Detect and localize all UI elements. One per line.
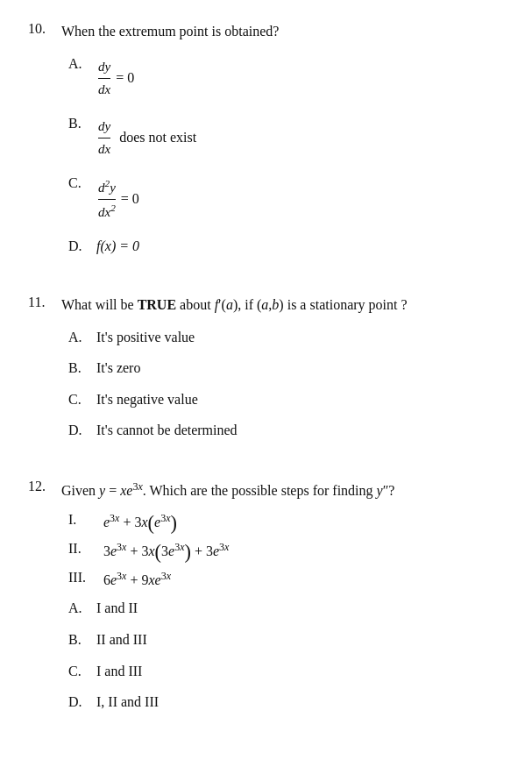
q10-text-b: dy dx does not exist (96, 112, 196, 163)
q11-content: What will be TRUE about f′(a), if (a,b) … (61, 295, 504, 451)
q11-text-c: It's negative value (96, 388, 198, 411)
q12-option-a: A. I and II (68, 597, 504, 620)
q10-fraction-b: dy dx (98, 116, 110, 160)
q10-content: When the extremum point is obtained? A. … (61, 21, 504, 266)
q11-label-b: B. (68, 357, 96, 380)
q12-text-d: I, II and III (96, 691, 159, 714)
q10-label-d: D. (68, 235, 96, 258)
q12-label-b: B. (68, 629, 96, 651)
q10-text: When the extremum point is obtained? (61, 21, 504, 42)
question-12: 12. Given y = xe3x. Which are the possib… (28, 479, 504, 722)
q12-roman-iii: III. 6e3x + 9xe3x (68, 570, 504, 588)
q10-text-c: d2y dx2 = 0 (96, 172, 139, 226)
q10-text-a: dy dx = 0 (96, 53, 134, 103)
q11-number: 11. (28, 295, 61, 451)
q11-text: What will be TRUE about f′(a), if (a,b) … (61, 295, 504, 316)
q10-fraction-c: d2y dx2 (98, 175, 116, 223)
q10-number: 10. (28, 21, 61, 266)
q10-fraction-a: dy dx (98, 56, 110, 100)
q12-content: Given y = xe3x. Which are the possible s… (61, 479, 504, 722)
q10-label-c: C. (68, 172, 96, 195)
q10-options: A. dy dx = 0 B. d (68, 53, 504, 258)
q11-label-d: D. (68, 419, 96, 442)
q12-number: 12. (28, 479, 61, 722)
q10-label-a: A. (68, 53, 96, 75)
q12-roman-ii: II. 3e3x + 3x(3e3x) + 3e3x (68, 541, 504, 563)
q12-roman-expr-ii: 3e3x + 3x(3e3x) + 3e3x (103, 541, 229, 563)
q12-roman-expr-iii: 6e3x + 9xe3x (103, 570, 171, 588)
q11-option-b: B. It's zero (68, 357, 504, 380)
q10-option-d: D. f(x) = 0 (68, 235, 504, 258)
q12-roman-expr-i: e3x + 3x(e3x) (103, 512, 177, 534)
q12-option-d: D. I, II and III (68, 691, 504, 714)
q11-options: A. It's positive value B. It's zero C. I… (68, 326, 504, 442)
question-11: 11. What will be TRUE about f′(a), if (a… (28, 295, 504, 451)
q10-option-b: B. dy dx does not exist (68, 112, 504, 163)
q12-text-c: I and III (96, 660, 142, 683)
q11-label-c: C. (68, 388, 96, 411)
q11-text-a: It's positive value (96, 326, 195, 349)
q12-text: Given y = xe3x. Which are the possible s… (61, 479, 504, 501)
q11-text-d: It's cannot be determined (96, 419, 238, 442)
q12-roman-label-i: I. (68, 512, 103, 528)
q10-option-c: C. d2y dx2 = 0 (68, 172, 504, 226)
q12-label-a: A. (68, 597, 96, 620)
q11-option-a: A. It's positive value (68, 326, 504, 349)
q12-text-b: II and III (96, 629, 147, 651)
q12-roman-list: I. e3x + 3x(e3x) II. 3e3x + 3x(3e3x) + 3… (68, 512, 504, 588)
q11-option-d: D. It's cannot be determined (68, 419, 504, 442)
q12-option-b: B. II and III (68, 629, 504, 651)
question-10: 10. When the extremum point is obtained?… (28, 21, 504, 266)
q11-label-a: A. (68, 326, 96, 349)
q11-bold-true: TRUE (138, 297, 176, 312)
q10-label-b: B. (68, 112, 96, 135)
q12-text-a: I and II (96, 597, 138, 620)
q12-roman-label-iii: III. (68, 570, 103, 586)
q12-option-c: C. I and III (68, 660, 504, 683)
q11-option-c: C. It's negative value (68, 388, 504, 411)
q12-label-c: C. (68, 660, 96, 683)
q12-roman-label-ii: II. (68, 541, 103, 557)
q10-option-a: A. dy dx = 0 (68, 53, 504, 103)
q10-text-d: f(x) = 0 (96, 235, 139, 258)
q12-label-d: D. (68, 691, 96, 714)
q11-text-b: It's zero (96, 357, 140, 380)
q12-roman-i: I. e3x + 3x(e3x) (68, 512, 504, 534)
q12-options: A. I and II B. II and III C. I and III D… (68, 597, 504, 713)
